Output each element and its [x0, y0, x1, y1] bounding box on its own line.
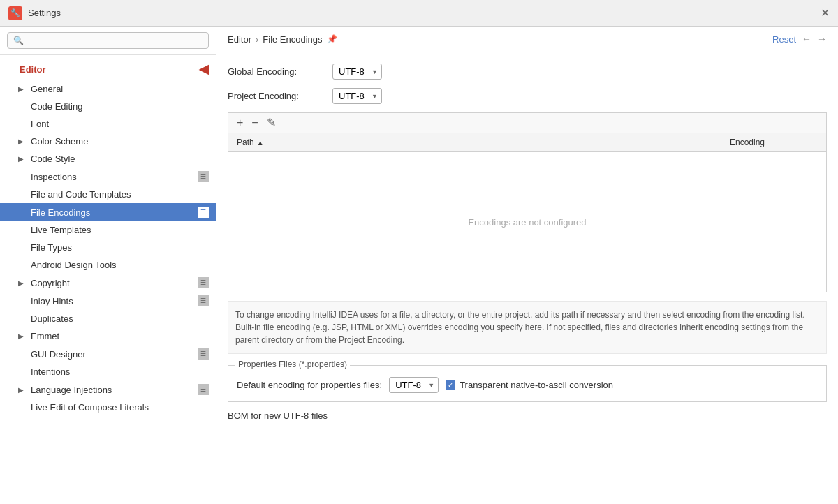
color-scheme-expand-icon: ▶	[18, 138, 29, 145]
app-icon: 🔧	[8, 6, 22, 20]
default-encoding-select[interactable]: UTF-8	[389, 377, 439, 393]
sidebar-item-android-design-tools[interactable]: Android Design Tools	[0, 256, 216, 274]
sidebar-item-inspections[interactable]: Inspections ☰	[0, 168, 216, 186]
sidebar-label-duplicates: Duplicates	[31, 313, 209, 324]
sidebar-label-inlay-hints: Inlay Hints	[31, 296, 195, 306]
header-actions: Reset ← →	[772, 34, 827, 45]
add-encoding-button[interactable]: +	[234, 116, 246, 130]
project-encoding-select[interactable]: UTF-8	[332, 88, 382, 104]
sidebar-label-live-edit-compose: Live Edit of Compose Literals	[31, 402, 209, 413]
remove-encoding-button[interactable]: −	[249, 116, 260, 130]
path-header: Path ▲	[228, 133, 721, 151]
breadcrumb-editor[interactable]: Editor	[228, 34, 251, 45]
sidebar-label-editor: Editor	[20, 64, 196, 75]
sidebar-item-duplicates[interactable]: Duplicates	[0, 310, 216, 327]
search-box	[0, 27, 216, 55]
sidebar-label-gui-designer: GUI Designer	[31, 349, 195, 360]
sidebar-label-font: Font	[31, 119, 209, 129]
language-injections-expand-icon: ▶	[18, 386, 29, 394]
breadcrumb-file-encodings: File Encodings	[263, 34, 322, 45]
gui-designer-icon: ☰	[198, 348, 209, 360]
properties-section-title: Properties Files (*.properties)	[235, 360, 350, 369]
sidebar-item-file-encodings[interactable]: File Encodings ☰	[0, 203, 216, 221]
project-encoding-select-wrapper: UTF-8	[332, 88, 382, 104]
sidebar-item-code-editing[interactable]: Code Editing	[0, 98, 216, 115]
project-encoding-label: Project Encoding:	[228, 91, 325, 101]
sidebar-item-live-templates[interactable]: Live Templates	[0, 221, 216, 239]
transparent-conversion-row: ✓ Transparent native-to-ascii conversion	[446, 380, 613, 390]
path-header-label: Path	[237, 138, 254, 147]
sidebar-label-file-types: File Types	[31, 242, 209, 253]
sidebar-item-color-scheme[interactable]: ▶ Color Scheme	[0, 133, 216, 150]
sidebar-item-language-injections[interactable]: ▶ Language Injections ☰	[0, 380, 216, 399]
table-header: Path ▲ Encoding	[228, 133, 826, 152]
default-encoding-select-wrapper: UTF-8	[389, 377, 439, 393]
inlay-hints-icon: ☰	[198, 295, 209, 306]
sidebar-item-emmet[interactable]: ▶ Emmet	[0, 327, 216, 345]
copyright-icon: ☰	[198, 277, 209, 288]
breadcrumb: Editor › File Encodings 📌	[228, 34, 337, 45]
sidebar-item-copyright[interactable]: ▶ Copyright ☰	[0, 274, 216, 292]
global-encoding-select-wrapper: UTF-8	[332, 64, 382, 80]
sidebar-label-language-injections: Language Injections	[31, 385, 195, 395]
sidebar-label-copyright: Copyright	[31, 278, 195, 288]
language-injections-icon: ☰	[198, 384, 209, 395]
encoding-header: Encoding	[721, 133, 826, 151]
sidebar-item-general[interactable]: ▶ General	[0, 80, 216, 98]
sidebar-content: Editor ◀ ▶ General Code Editing Font	[0, 55, 216, 504]
sidebar-item-inlay-hints[interactable]: Inlay Hints ☰	[0, 292, 216, 310]
sidebar-item-live-edit-compose[interactable]: Live Edit of Compose Literals	[0, 399, 216, 416]
transparent-label: Transparent native-to-ascii conversion	[460, 380, 613, 390]
file-encodings-icon: ☰	[198, 207, 209, 218]
global-encoding-label: Global Encoding:	[228, 66, 325, 77]
inspections-icon: ☰	[198, 171, 209, 182]
emmet-expand-icon: ▶	[18, 332, 29, 340]
sidebar-item-intentions[interactable]: Intentions	[0, 363, 216, 380]
bom-row: BOM for new UTF-8 files	[228, 410, 827, 421]
sidebar-label-live-templates: Live Templates	[31, 225, 209, 235]
checkbox-check-icon: ✓	[448, 381, 453, 389]
sidebar-label-code-style: Code Style	[31, 154, 209, 164]
sidebar-label-file-encodings: File Encodings	[31, 207, 195, 218]
forward-button[interactable]: →	[817, 34, 827, 45]
copyright-expand-icon: ▶	[18, 279, 29, 287]
transparent-checkbox[interactable]: ✓	[446, 380, 455, 390]
search-input[interactable]	[7, 32, 209, 49]
properties-section: Properties Files (*.properties) Default …	[228, 365, 827, 402]
edit-encoding-button[interactable]: ✎	[264, 116, 279, 130]
pin-icon: 📌	[327, 34, 337, 44]
sidebar-item-file-code-templates[interactable]: File and Code Templates	[0, 186, 216, 203]
code-style-expand-icon: ▶	[18, 155, 29, 163]
project-encoding-row: Project Encoding: UTF-8	[228, 88, 827, 104]
sidebar-label-code-editing: Code Editing	[31, 101, 209, 112]
bom-label: BOM for new UTF-8 files	[228, 410, 328, 421]
sort-icon: ▲	[257, 139, 264, 147]
sidebar-item-code-style[interactable]: ▶ Code Style	[0, 150, 216, 168]
default-encoding-label: Default encoding for properties files:	[237, 380, 382, 390]
info-text: To change encoding IntelliJ IDEA uses fo…	[228, 301, 827, 354]
title-bar: 🔧 Settings ✕	[0, 0, 838, 27]
back-button[interactable]: ←	[802, 34, 811, 45]
default-encoding-row: Default encoding for properties files: U…	[237, 377, 818, 393]
content-header: Editor › File Encodings 📌 Reset ← →	[216, 27, 838, 52]
empty-message: Encodings are not configured	[468, 217, 586, 228]
global-encoding-select[interactable]: UTF-8	[332, 64, 382, 80]
content-area: Editor › File Encodings 📌 Reset ← → Glob…	[216, 27, 838, 504]
encodings-table: + − ✎ Path ▲ Encoding Encodings are not …	[228, 112, 827, 292]
editor-arrow-icon: ◀	[199, 61, 209, 77]
breadcrumb-separator: ›	[256, 34, 258, 45]
sidebar-item-file-types[interactable]: File Types	[0, 239, 216, 256]
window-title: Settings	[28, 8, 821, 18]
sidebar-label-android-design-tools: Android Design Tools	[31, 260, 209, 270]
table-toolbar: + − ✎	[228, 113, 826, 133]
sidebar-item-font[interactable]: Font	[0, 115, 216, 133]
reset-button[interactable]: Reset	[772, 34, 796, 45]
sidebar-label-intentions: Intentions	[31, 366, 209, 377]
sidebar-item-editor[interactable]: Editor ◀	[0, 58, 216, 80]
table-body: Encodings are not configured	[228, 152, 826, 292]
global-encoding-row: Global Encoding: UTF-8	[228, 64, 827, 80]
content-body: Global Encoding: UTF-8 Project Encoding:…	[216, 52, 838, 504]
close-button[interactable]: ✕	[821, 6, 830, 20]
sidebar-item-gui-designer[interactable]: GUI Designer ☰	[0, 345, 216, 363]
general-expand-icon: ▶	[18, 85, 29, 93]
